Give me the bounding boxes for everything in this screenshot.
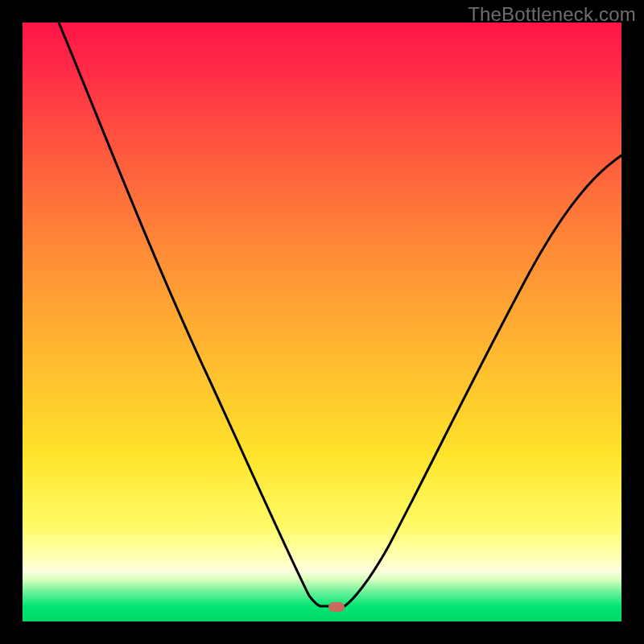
chart-frame: TheBottleneck.com [0,0,644,644]
optimal-point-marker [328,602,345,612]
bottleneck-curve [23,23,621,621]
attribution-text: TheBottleneck.com [468,3,636,26]
plot-area [23,23,621,621]
